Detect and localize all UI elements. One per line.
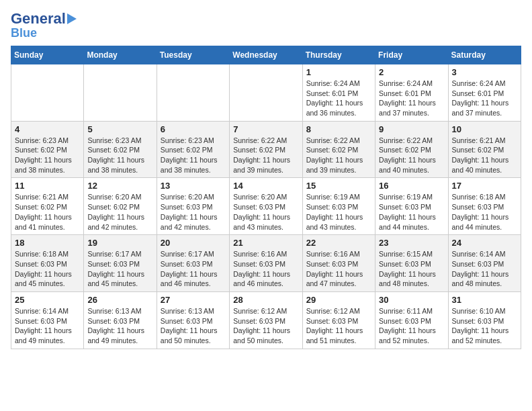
day-number: 30 bbox=[379, 295, 444, 305]
day-info: Sunrise: 6:15 AMSunset: 6:03 PMDaylight:… bbox=[379, 249, 444, 289]
day-number: 4 bbox=[15, 124, 80, 134]
day-number: 24 bbox=[452, 238, 517, 248]
calendar-cell: 6Sunrise: 6:23 AMSunset: 6:02 PMDaylight… bbox=[157, 121, 229, 178]
day-info: Sunrise: 6:24 AMSunset: 6:01 PMDaylight:… bbox=[379, 79, 444, 118]
day-info: Sunrise: 6:22 AMSunset: 6:02 PMDaylight:… bbox=[379, 136, 444, 175]
calendar-cell: 27Sunrise: 6:13 AMSunset: 6:03 PMDayligh… bbox=[157, 291, 229, 349]
day-info: Sunrise: 6:18 AMSunset: 6:03 PMDaylight:… bbox=[15, 249, 80, 289]
day-number: 22 bbox=[306, 238, 371, 248]
day-info: Sunrise: 6:14 AMSunset: 6:03 PMDaylight:… bbox=[15, 306, 80, 346]
weekday-header-monday: Monday bbox=[84, 46, 157, 64]
logo-text-general: General bbox=[11, 11, 66, 27]
day-number: 11 bbox=[15, 181, 80, 191]
calendar-cell: 21Sunrise: 6:16 AMSunset: 6:03 PMDayligh… bbox=[230, 235, 302, 292]
calendar-cell: 23Sunrise: 6:15 AMSunset: 6:03 PMDayligh… bbox=[375, 235, 448, 292]
day-info: Sunrise: 6:11 AMSunset: 6:03 PMDaylight:… bbox=[379, 306, 444, 346]
day-number: 25 bbox=[15, 295, 80, 305]
calendar-cell: 22Sunrise: 6:16 AMSunset: 6:03 PMDayligh… bbox=[302, 235, 375, 292]
day-info: Sunrise: 6:20 AMSunset: 6:03 PMDaylight:… bbox=[233, 192, 298, 232]
calendar-cell bbox=[230, 64, 302, 121]
calendar-cell: 7Sunrise: 6:22 AMSunset: 6:02 PMDaylight… bbox=[230, 121, 302, 178]
day-info: Sunrise: 6:20 AMSunset: 6:03 PMDaylight:… bbox=[161, 192, 226, 232]
day-number: 27 bbox=[161, 295, 226, 305]
calendar-cell: 2Sunrise: 6:24 AMSunset: 6:01 PMDaylight… bbox=[375, 64, 448, 121]
day-info: Sunrise: 6:19 AMSunset: 6:03 PMDaylight:… bbox=[379, 192, 444, 232]
day-number: 15 bbox=[306, 181, 371, 191]
day-info: Sunrise: 6:10 AMSunset: 6:03 PMDaylight:… bbox=[452, 306, 517, 346]
day-number: 6 bbox=[161, 124, 226, 134]
calendar-cell bbox=[157, 64, 229, 121]
calendar-cell bbox=[11, 64, 84, 121]
calendar-cell: 13Sunrise: 6:20 AMSunset: 6:03 PMDayligh… bbox=[157, 178, 229, 235]
calendar-cell: 8Sunrise: 6:22 AMSunset: 6:02 PMDaylight… bbox=[302, 121, 375, 178]
calendar-cell: 28Sunrise: 6:12 AMSunset: 6:03 PMDayligh… bbox=[230, 291, 302, 349]
day-number: 13 bbox=[161, 181, 226, 191]
day-number: 17 bbox=[452, 181, 517, 191]
day-number: 9 bbox=[379, 124, 444, 134]
day-info: Sunrise: 6:12 AMSunset: 6:03 PMDaylight:… bbox=[233, 306, 298, 346]
day-number: 20 bbox=[161, 238, 226, 248]
day-info: Sunrise: 6:23 AMSunset: 6:02 PMDaylight:… bbox=[15, 136, 80, 175]
day-number: 8 bbox=[306, 124, 371, 134]
day-info: Sunrise: 6:24 AMSunset: 6:01 PMDaylight:… bbox=[452, 79, 517, 118]
day-number: 14 bbox=[233, 181, 298, 191]
calendar-cell: 3Sunrise: 6:24 AMSunset: 6:01 PMDaylight… bbox=[448, 64, 521, 121]
day-number: 28 bbox=[233, 295, 298, 305]
weekday-header-wednesday: Wednesday bbox=[230, 46, 302, 64]
calendar-cell: 11Sunrise: 6:21 AMSunset: 6:02 PMDayligh… bbox=[11, 178, 84, 235]
day-info: Sunrise: 6:14 AMSunset: 6:03 PMDaylight:… bbox=[452, 249, 517, 289]
weekday-header-saturday: Saturday bbox=[448, 46, 521, 64]
calendar-cell: 24Sunrise: 6:14 AMSunset: 6:03 PMDayligh… bbox=[448, 235, 521, 292]
calendar-cell: 5Sunrise: 6:23 AMSunset: 6:02 PMDaylight… bbox=[84, 121, 157, 178]
calendar-cell: 4Sunrise: 6:23 AMSunset: 6:02 PMDaylight… bbox=[11, 121, 84, 178]
calendar-cell: 30Sunrise: 6:11 AMSunset: 6:03 PMDayligh… bbox=[375, 291, 448, 349]
calendar-cell: 12Sunrise: 6:20 AMSunset: 6:02 PMDayligh… bbox=[84, 178, 157, 235]
calendar-cell: 19Sunrise: 6:17 AMSunset: 6:03 PMDayligh… bbox=[84, 235, 157, 292]
day-info: Sunrise: 6:13 AMSunset: 6:03 PMDaylight:… bbox=[87, 306, 152, 346]
header: General Blue bbox=[11, 11, 521, 40]
calendar-cell: 16Sunrise: 6:19 AMSunset: 6:03 PMDayligh… bbox=[375, 178, 448, 235]
day-info: Sunrise: 6:21 AMSunset: 6:02 PMDaylight:… bbox=[452, 136, 517, 175]
day-number: 31 bbox=[452, 295, 517, 305]
day-info: Sunrise: 6:13 AMSunset: 6:03 PMDaylight:… bbox=[161, 306, 226, 346]
day-number: 19 bbox=[87, 238, 152, 248]
calendar-cell: 9Sunrise: 6:22 AMSunset: 6:02 PMDaylight… bbox=[375, 121, 448, 178]
day-info: Sunrise: 6:21 AMSunset: 6:02 PMDaylight:… bbox=[15, 192, 80, 232]
day-number: 29 bbox=[306, 295, 371, 305]
calendar-cell bbox=[84, 64, 157, 121]
weekday-header-tuesday: Tuesday bbox=[157, 46, 229, 64]
calendar-cell: 25Sunrise: 6:14 AMSunset: 6:03 PMDayligh… bbox=[11, 291, 84, 349]
weekday-header-sunday: Sunday bbox=[11, 46, 84, 64]
day-info: Sunrise: 6:16 AMSunset: 6:03 PMDaylight:… bbox=[306, 249, 371, 289]
weekday-header-thursday: Thursday bbox=[302, 46, 375, 64]
calendar-cell: 15Sunrise: 6:19 AMSunset: 6:03 PMDayligh… bbox=[302, 178, 375, 235]
day-info: Sunrise: 6:17 AMSunset: 6:03 PMDaylight:… bbox=[161, 249, 226, 289]
day-info: Sunrise: 6:18 AMSunset: 6:03 PMDaylight:… bbox=[452, 192, 517, 232]
calendar-cell: 17Sunrise: 6:18 AMSunset: 6:03 PMDayligh… bbox=[448, 178, 521, 235]
day-info: Sunrise: 6:16 AMSunset: 6:03 PMDaylight:… bbox=[233, 249, 298, 289]
day-number: 1 bbox=[306, 67, 371, 77]
calendar-cell: 18Sunrise: 6:18 AMSunset: 6:03 PMDayligh… bbox=[11, 235, 84, 292]
day-number: 7 bbox=[233, 124, 298, 134]
day-info: Sunrise: 6:20 AMSunset: 6:02 PMDaylight:… bbox=[87, 192, 152, 232]
day-number: 3 bbox=[452, 67, 517, 77]
day-info: Sunrise: 6:19 AMSunset: 6:03 PMDaylight:… bbox=[306, 192, 371, 232]
calendar-cell: 14Sunrise: 6:20 AMSunset: 6:03 PMDayligh… bbox=[230, 178, 302, 235]
day-number: 18 bbox=[15, 238, 80, 248]
calendar-table: SundayMondayTuesdayWednesdayThursdayFrid… bbox=[11, 46, 521, 349]
day-number: 21 bbox=[233, 238, 298, 248]
day-info: Sunrise: 6:23 AMSunset: 6:02 PMDaylight:… bbox=[161, 136, 226, 175]
logo: General Blue bbox=[11, 11, 77, 40]
logo-arrow-icon bbox=[67, 13, 77, 24]
day-info: Sunrise: 6:22 AMSunset: 6:02 PMDaylight:… bbox=[306, 136, 371, 175]
calendar-cell: 20Sunrise: 6:17 AMSunset: 6:03 PMDayligh… bbox=[157, 235, 229, 292]
calendar-cell: 26Sunrise: 6:13 AMSunset: 6:03 PMDayligh… bbox=[84, 291, 157, 349]
day-info: Sunrise: 6:23 AMSunset: 6:02 PMDaylight:… bbox=[87, 136, 152, 175]
day-number: 2 bbox=[379, 67, 444, 77]
day-number: 12 bbox=[87, 181, 152, 191]
calendar-cell: 29Sunrise: 6:12 AMSunset: 6:03 PMDayligh… bbox=[302, 291, 375, 349]
day-number: 26 bbox=[87, 295, 152, 305]
day-number: 16 bbox=[379, 181, 444, 191]
weekday-header-friday: Friday bbox=[375, 46, 448, 64]
day-number: 5 bbox=[87, 124, 152, 134]
